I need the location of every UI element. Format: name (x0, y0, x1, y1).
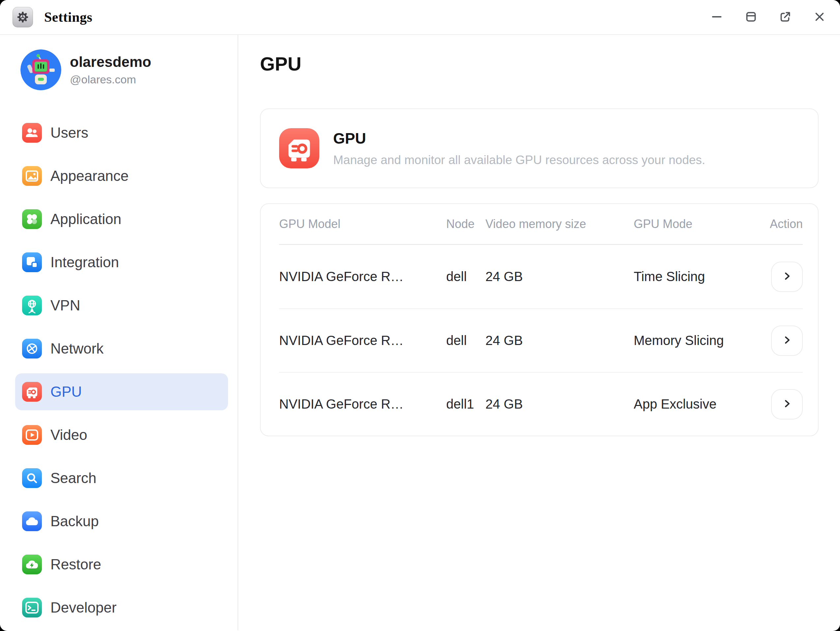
minimize-icon (709, 9, 724, 25)
sidebar-item-label: Restore (51, 556, 101, 573)
column-header-node: Node (446, 217, 485, 231)
backup-icon (22, 511, 42, 531)
gpu-card-icon (279, 128, 319, 168)
close-button[interactable] (812, 9, 827, 25)
sidebar-item-appearance[interactable]: Appearance (15, 158, 228, 194)
table-row: NVIDIA GeForce R… dell1 24 GB App Exclus… (279, 372, 803, 435)
sidebar-item-video[interactable]: Video (15, 416, 228, 453)
table-header: GPU Model Node Video memory size GPU Mod… (279, 204, 803, 245)
application-icon (22, 209, 42, 229)
cell-node: dell1 (446, 397, 485, 412)
window-controls (709, 9, 827, 25)
sidebar-item-label: Developer (51, 599, 117, 616)
cell-gpu-model: NVIDIA GeForce R… (279, 333, 446, 348)
sidebar-item-label: Backup (51, 513, 99, 530)
sidebar-item-label: Video (51, 427, 87, 443)
network-icon (22, 339, 42, 358)
cell-memory: 24 GB (485, 333, 634, 348)
sidebar-item-label: GPU (51, 383, 82, 400)
gpu-table: GPU Model Node Video memory size GPU Mod… (260, 203, 819, 436)
table-row: NVIDIA GeForce R… dell 24 GB Memory Slic… (279, 308, 803, 372)
sidebar-item-label: Network (51, 341, 103, 357)
open-external-icon (778, 9, 793, 25)
sidebar-item-users[interactable]: Users (15, 114, 228, 151)
cell-gpu-mode: Time Slicing (634, 269, 770, 284)
minimize-button[interactable] (709, 9, 725, 25)
vpn-icon (22, 295, 42, 316)
sidebar-item-label: Integration (51, 254, 119, 271)
table-row: NVIDIA GeForce R… dell 24 GB Time Slicin… (279, 245, 803, 308)
video-icon (22, 425, 42, 445)
close-icon (812, 9, 827, 25)
cell-node: dell (446, 333, 485, 348)
sidebar-item-label: Users (51, 125, 88, 141)
sidebar-item-label: Application (51, 211, 121, 227)
sidebar-item-integration[interactable]: Integration (15, 244, 228, 281)
user-profile[interactable]: olaresdemo @olares.com (21, 49, 238, 90)
cell-memory: 24 GB (485, 397, 634, 412)
titlebar: Settings (0, 0, 840, 35)
chevron-right-icon (782, 271, 793, 283)
sidebar-item-developer[interactable]: Developer (15, 589, 228, 626)
cell-memory: 24 GB (485, 269, 634, 284)
developer-icon (22, 598, 42, 617)
column-header-action: Action (770, 217, 803, 231)
cell-gpu-mode: App Exclusive (634, 397, 770, 412)
cell-node: dell (446, 269, 485, 284)
cell-gpu-model: NVIDIA GeForce R… (279, 269, 446, 284)
sidebar-item-restore[interactable]: Restore (15, 546, 228, 583)
sidebar-item-vpn[interactable]: VPN (15, 287, 228, 324)
gpu-icon (22, 382, 42, 402)
column-header-gpu-model: GPU Model (279, 217, 446, 231)
profile-handle: @olares.com (70, 73, 151, 86)
appearance-icon (22, 166, 42, 186)
column-header-gpu-mode: GPU Mode (634, 217, 770, 231)
profile-name: olaresdemo (70, 54, 151, 71)
cell-gpu-mode: Memory Slicing (634, 333, 770, 348)
sidebar-item-application[interactable]: Application (15, 201, 228, 238)
sidebar-item-gpu[interactable]: GPU (15, 373, 228, 410)
maximize-button[interactable] (743, 9, 759, 25)
sidebar: olaresdemo @olares.com Users (0, 35, 238, 630)
row-detail-button[interactable] (771, 262, 803, 292)
maximize-icon (744, 9, 759, 25)
sidebar-nav: Users Appearance (0, 114, 238, 626)
column-header-memory: Video memory size (485, 217, 634, 231)
sidebar-item-label: VPN (51, 297, 80, 314)
info-card-description: Manage and monitor all available GPU res… (333, 153, 705, 167)
open-external-button[interactable] (777, 9, 793, 25)
chevron-right-icon (782, 398, 793, 410)
settings-app-icon (13, 7, 33, 27)
integration-icon (22, 252, 42, 272)
sidebar-item-label: Appearance (51, 168, 128, 184)
restore-icon (22, 555, 42, 574)
search-icon (22, 468, 42, 488)
row-detail-button[interactable] (771, 325, 803, 356)
avatar (21, 49, 61, 90)
page-title: GPU (260, 53, 819, 75)
main-content: GPU GPU Manage and monitor all available… (238, 35, 840, 630)
sidebar-item-backup[interactable]: Backup (15, 503, 228, 540)
users-icon (22, 123, 42, 143)
sidebar-item-search[interactable]: Search (15, 460, 228, 497)
settings-window: Settings (0, 0, 840, 631)
info-card-title: GPU (333, 129, 705, 147)
gpu-info-card: GPU Manage and monitor all available GPU… (260, 109, 819, 188)
app-title: Settings (44, 9, 92, 25)
chevron-right-icon (782, 334, 793, 347)
cell-gpu-model: NVIDIA GeForce R… (279, 397, 446, 412)
row-detail-button[interactable] (771, 389, 803, 420)
sidebar-item-label: Search (51, 470, 96, 486)
sidebar-item-network[interactable]: Network (15, 330, 228, 367)
